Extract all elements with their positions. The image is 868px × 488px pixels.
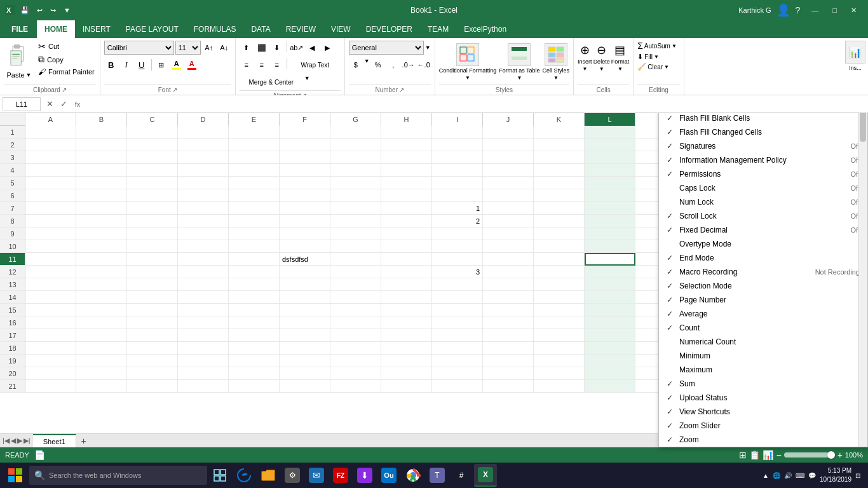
cell-J14[interactable] [483,291,534,304]
cell-G3[interactable] [330,151,381,164]
row-number-16[interactable]: 16 [0,316,25,329]
cell-D3[interactable] [178,151,229,164]
cell-C7[interactable] [127,202,178,215]
cell-L10[interactable] [585,240,635,253]
number-expand-icon[interactable]: ↗ [399,86,404,93]
status-bar-option-flash-fill-blank-cells[interactable]: ✓Flash Fill Blank Cells [659,113,867,125]
cell-H18[interactable] [381,342,432,355]
cell-C4[interactable] [127,164,178,177]
customize-status-bar-dropdown[interactable]: Customize Status Bar ✓Cell ModeReady✓Fla… [658,113,868,447]
percent-button[interactable]: % [371,58,385,72]
tab-insert[interactable]: INSERT [75,20,118,38]
italic-button[interactable]: I [119,58,133,72]
cell-H5[interactable] [381,177,432,189]
cell-J2[interactable] [483,139,534,151]
taskbar-explorer-icon[interactable] [257,464,280,487]
cell-I20[interactable] [432,367,483,380]
cell-J20[interactable] [483,367,534,380]
accounting-dropdown[interactable]: ▼ [364,58,370,72]
clipboard-expand-icon[interactable]: ↗ [62,86,67,93]
cell-L16[interactable] [585,316,635,329]
cell-H1[interactable] [381,126,432,139]
cell-L6[interactable] [585,189,635,202]
cell-C15[interactable] [127,304,178,316]
cell-F18[interactable] [280,342,330,355]
cell-H21[interactable] [381,380,432,393]
row-number-2[interactable]: 2 [0,139,25,151]
page-layout-view-button[interactable]: 📋 [749,450,760,460]
cell-A20[interactable] [25,367,76,380]
cell-J21[interactable] [483,380,534,393]
status-bar-option-fixed-decimal[interactable]: ✓Fixed DecimalOff [659,223,867,237]
dropdown-scrollbar-thumb[interactable] [860,113,866,142]
cell-E2[interactable] [229,139,280,151]
cell-E16[interactable] [229,316,280,329]
status-bar-option-view-shortcuts[interactable]: ✓View Shortcuts [659,405,867,419]
cell-I2[interactable] [432,139,483,151]
status-bar-option-caps-lock[interactable]: Caps LockOff [659,181,867,195]
dropdown-items-container[interactable]: ✓Cell ModeReady✓Flash Fill Blank Cells✓F… [659,113,867,447]
cell-G6[interactable] [330,189,381,202]
cell-G2[interactable] [330,139,381,151]
align-middle-button[interactable]: ⬛ [255,41,269,55]
cell-J15[interactable] [483,304,534,316]
cell-H8[interactable] [381,215,432,227]
cell-D6[interactable] [178,189,229,202]
sheet-nav-next[interactable]: ▶ [17,437,22,445]
cell-J4[interactable] [483,164,534,177]
cell-J11[interactable] [483,253,534,266]
start-button[interactable] [3,463,28,488]
cell-C8[interactable] [127,215,178,227]
row-number-19[interactable]: 19 [0,355,25,367]
cell-D8[interactable] [178,215,229,227]
cell-G16[interactable] [330,316,381,329]
row-number-1[interactable]: 1 [0,126,25,139]
cell-F9[interactable] [280,227,330,240]
normal-view-button[interactable]: ⊞ [739,450,747,460]
tab-developer[interactable]: DEVELOPER [358,20,420,38]
cell-E5[interactable] [229,177,280,189]
paste-button[interactable] [4,41,34,71]
format-as-table-button[interactable]: Format as Table ▼ [499,43,539,81]
cell-A14[interactable] [25,291,76,304]
qat-customize[interactable]: ▼ [61,5,73,15]
status-bar-option-sum[interactable]: ✓Sum [659,377,867,391]
cell-I13[interactable] [432,278,483,291]
cell-L7[interactable] [585,202,635,215]
cell-G9[interactable] [330,227,381,240]
cell-B8[interactable] [76,215,127,227]
cell-D18[interactable] [178,342,229,355]
cell-G15[interactable] [330,304,381,316]
status-bar-option-overtype-mode[interactable]: Overtype Mode [659,237,867,251]
cell-E10[interactable] [229,240,280,253]
cell-G4[interactable] [330,164,381,177]
status-bar-option-macro-recording[interactable]: ✓Macro RecordingNot Recording [659,265,867,279]
enter-formula-button[interactable]: ✓ [57,98,70,111]
cell-D14[interactable] [178,291,229,304]
cell-B2[interactable] [76,139,127,151]
cell-B4[interactable] [76,164,127,177]
cell-L14[interactable] [585,291,635,304]
col-header-G[interactable]: G [330,113,381,126]
paste-dropdown[interactable]: Paste ▼ [6,71,31,79]
taskbar-teams-icon[interactable]: T [426,464,449,487]
cell-C13[interactable] [127,278,178,291]
minimize-button[interactable]: — [805,4,825,17]
copy-button[interactable]: ⧉ Copy [37,53,96,65]
cell-L2[interactable] [585,139,635,151]
font-size-select[interactable]: 11 [175,41,201,55]
cell-L19[interactable] [585,355,635,367]
cell-H12[interactable] [381,266,432,278]
qat-redo[interactable]: ↪ [48,5,58,16]
cell-H19[interactable] [381,355,432,367]
status-bar-option-zoom-slider[interactable]: ✓Zoom Slider [659,419,867,433]
col-header-C[interactable]: C [127,113,178,126]
status-bar-option-scroll-lock[interactable]: ✓Scroll LockOff [659,209,867,223]
cell-K16[interactable] [534,316,585,329]
cell-C5[interactable] [127,177,178,189]
cell-E12[interactable] [229,266,280,278]
tab-team[interactable]: TEAM [420,20,456,38]
cancel-formula-button[interactable]: ✕ [43,98,56,111]
cell-E11[interactable] [229,253,280,266]
cell-J13[interactable] [483,278,534,291]
